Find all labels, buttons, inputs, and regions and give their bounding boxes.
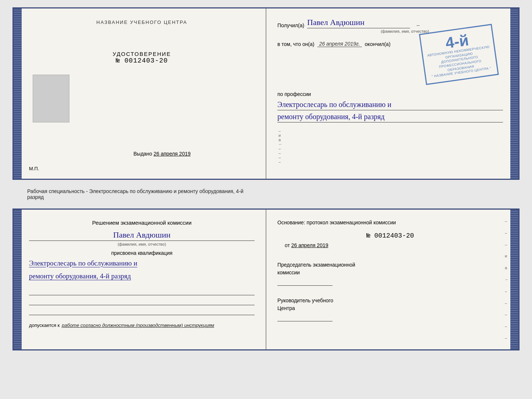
osnование-label: Основание: протокол экзаменационной коми… [277, 219, 503, 227]
issued-label: Выдано [133, 151, 152, 157]
certificate-date: 26 апреля 2019г. [317, 41, 362, 47]
blank-line1 [29, 287, 255, 295]
profession-line2: ремонту оборудования, 4-й разряд [277, 111, 503, 122]
vtom-label: в том, что он(а) [277, 41, 314, 47]
ot-label: от [285, 242, 290, 248]
profession-line1: Электрослесарь по обслуживанию и [277, 99, 503, 110]
assigned-label: присвоена квалификация [29, 250, 255, 256]
okoncil-label: окончил(а) [365, 41, 391, 47]
ot-date-value: 26 апреля 2019 [291, 242, 328, 248]
person-name-bottom: Павел Авдюшин [29, 230, 255, 241]
mp-label: М.П. [29, 166, 39, 171]
doc-number: № 0012403-20 [113, 57, 171, 64]
chair-label2: комиссии [277, 269, 503, 277]
chair-label1: Председатель экзаменационной [277, 261, 503, 269]
ot-date-block: от 26 апреля 2019 [277, 242, 503, 248]
middle-text-block: Рабочая специальность - Электрослесарь п… [12, 186, 520, 202]
side-marks-bottom: – – – и а ← – – – – – [504, 210, 510, 349]
person-name-top: Павел Авдюшин [307, 18, 410, 28]
head-block: Руководитель учебного Центра [277, 297, 503, 323]
middle-line2: разряд [27, 194, 505, 200]
work-description: работе согласно должностным (производств… [62, 323, 214, 328]
stamp-overlay: 4-й АВТОНОМНУЮ НЕКОММЕРЧЕСКУЮ ОРГАНИЗАЦИ… [419, 24, 499, 85]
photo-placeholder [33, 75, 69, 122]
doc-title: УДОСТОВЕРЕНИЕ [113, 51, 171, 57]
middle-line1: Рабочая специальность - Электрослесарь п… [27, 188, 505, 194]
protocol-number: № 0012403-20 [277, 232, 503, 239]
received-label: Получил(а) [277, 22, 304, 28]
допускается-label: допускается к [29, 323, 60, 328]
commission-title: Решением экзаменационной комиссии [29, 219, 255, 227]
допускается-block: допускается к работе согласно должностны… [29, 323, 255, 328]
chair-block: Председатель экзаменационной комиссии [277, 261, 503, 288]
qualification-line2: ремонту оборудования, 4-й разряд [29, 271, 255, 282]
blank-line3 [29, 307, 255, 315]
qualification-line1: Электрослесарь по обслуживанию и [29, 258, 255, 269]
issued-block: Выдано 26 апреля 2019 [133, 151, 191, 157]
blank-line2 [29, 297, 255, 305]
side-marks: – и а ← – – – – [277, 123, 503, 170]
issued-date: 26 апреля 2019 [154, 151, 191, 157]
head-sig-line [277, 314, 332, 321]
head-label1: Руководитель учебного [277, 297, 503, 304]
chair-sig-line [277, 278, 332, 286]
left-center-title: НАЗВАНИЕ УЧЕБНОГО ЦЕНТРА [96, 19, 187, 25]
profession-label: по профессии [277, 91, 503, 97]
fio-sublabel-bottom: (фамилия, имя, отчество) [29, 242, 255, 246]
head-label2: Центра [277, 304, 503, 312]
